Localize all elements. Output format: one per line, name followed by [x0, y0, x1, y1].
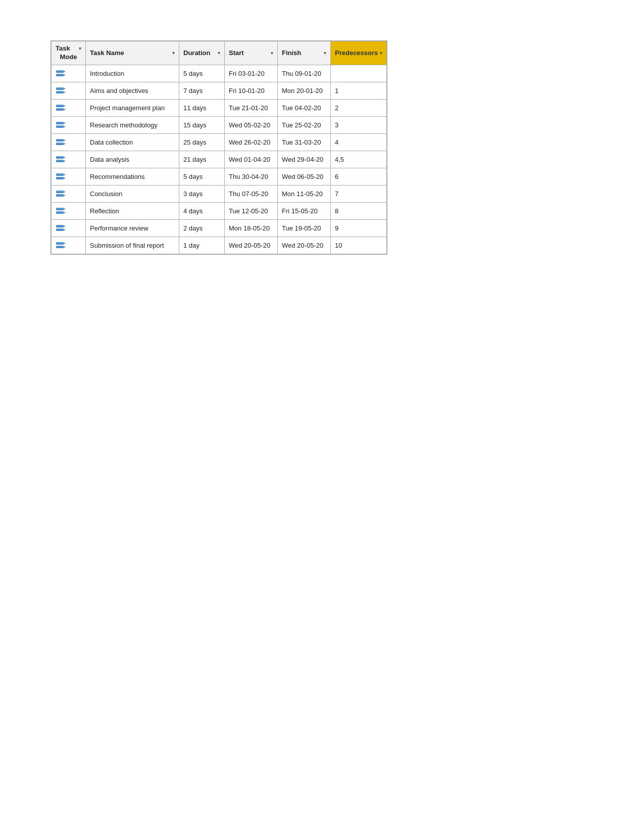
start-dropdown-arrow[interactable]: ▾ — [271, 51, 273, 56]
finish-cell: Tue 19-05-20 — [278, 219, 331, 237]
col-header-predecessors[interactable]: Predecessors ▾ — [331, 41, 387, 65]
start-header-label: Start — [229, 49, 244, 57]
duration-cell: 21 days — [179, 151, 225, 168]
duration-cell: 2 days — [179, 219, 225, 237]
svg-marker-50 — [63, 208, 66, 210]
svg-rect-25 — [56, 143, 63, 145]
svg-rect-54 — [56, 225, 63, 227]
task-mode-icon — [56, 85, 67, 96]
task-mode-icon — [56, 240, 67, 250]
svg-rect-58 — [56, 226, 63, 227]
task-name-cell: Research methodology — [86, 116, 179, 133]
task-mode-cell — [52, 202, 86, 219]
start-cell: Wed 05-02-20 — [225, 116, 278, 133]
svg-rect-22 — [56, 123, 63, 124]
svg-rect-52 — [56, 209, 63, 210]
task-name-header-label: Task Name — [90, 49, 124, 57]
svg-rect-0 — [56, 70, 63, 73]
task-mode-cell — [52, 185, 86, 202]
svg-rect-18 — [56, 122, 63, 124]
task-mode-icon — [56, 120, 67, 130]
svg-rect-47 — [56, 196, 63, 196]
task-mode-cell — [52, 65, 86, 82]
predecessors-dropdown-arrow[interactable]: ▾ — [380, 51, 382, 56]
task-name-dropdown-arrow[interactable]: ▾ — [172, 51, 175, 56]
svg-rect-24 — [56, 139, 63, 142]
task-name-cell: Data collection — [86, 133, 179, 151]
task-name-cell: Data analysis — [86, 151, 179, 168]
svg-rect-55 — [56, 228, 63, 231]
svg-marker-2 — [63, 70, 66, 73]
svg-rect-35 — [56, 161, 63, 162]
predecessors-cell: 9 — [331, 219, 387, 237]
col-header-task-mode[interactable]: Task ▾ Mode — [52, 41, 86, 65]
col-header-start[interactable]: Start ▾ — [225, 41, 278, 65]
start-cell: Mon 18-05-20 — [225, 219, 278, 237]
task-name-cell: Submission of final report — [86, 237, 179, 254]
duration-cell: 7 days — [179, 82, 225, 99]
predecessors-cell: 8 — [331, 202, 387, 219]
duration-header-label: Duration — [183, 49, 210, 57]
table-row: Research methodology15 daysWed 05-02-20T… — [52, 116, 387, 133]
start-cell: Thu 30-04-20 — [225, 168, 278, 185]
start-cell: Thu 07-05-20 — [225, 185, 278, 202]
predecessors-cell: 2 — [331, 99, 387, 116]
task-mode-icon — [56, 137, 67, 147]
start-cell: Fri 10-01-20 — [225, 82, 278, 99]
duration-cell: 11 days — [179, 99, 225, 116]
predecessors-cell: 4,5 — [331, 151, 387, 168]
gantt-table-container: Task ▾ Mode Task Name ▾ — [51, 40, 387, 255]
task-name-cell: Aims and objectives — [86, 82, 179, 99]
start-cell: Wed 01-04-20 — [225, 151, 278, 168]
duration-cell: 5 days — [179, 168, 225, 185]
svg-rect-12 — [56, 105, 63, 107]
svg-rect-46 — [56, 192, 63, 193]
svg-marker-33 — [63, 160, 66, 162]
start-cell: Fri 03-01-20 — [225, 65, 278, 82]
task-name-cell: Performance review — [86, 219, 179, 237]
predecessors-cell: 6 — [331, 168, 387, 185]
task-mode-icon — [56, 154, 67, 164]
svg-rect-13 — [56, 108, 63, 111]
task-mode-cell — [52, 133, 86, 151]
task-mode-cell — [52, 168, 86, 185]
predecessors-cell: 1 — [331, 82, 387, 99]
task-mode-cell — [52, 219, 86, 237]
finish-cell: Wed 06-05-20 — [278, 168, 331, 185]
task-mode-icon — [56, 68, 67, 78]
duration-cell: 5 days — [179, 65, 225, 82]
col-header-task-name[interactable]: Task Name ▾ — [86, 41, 179, 65]
duration-dropdown-arrow[interactable]: ▾ — [218, 51, 220, 56]
duration-cell: 3 days — [179, 185, 225, 202]
svg-marker-44 — [63, 191, 66, 193]
svg-marker-63 — [63, 246, 66, 248]
task-name-cell: Project management plan — [86, 99, 179, 116]
start-cell: Wed 26-02-20 — [225, 133, 278, 151]
finish-cell: Mon 11-05-20 — [278, 185, 331, 202]
table-row: Introduction5 daysFri 03-01-20Thu 09-01-… — [52, 65, 387, 82]
finish-cell: Tue 04-02-20 — [278, 99, 331, 116]
svg-marker-8 — [63, 87, 66, 90]
task-mode-dropdown-arrow[interactable]: ▾ — [79, 46, 81, 52]
svg-marker-15 — [63, 108, 66, 111]
svg-rect-30 — [56, 156, 63, 159]
svg-rect-59 — [56, 230, 63, 230]
table-row: Conclusion3 daysThu 07-05-20Mon 11-05-20… — [52, 185, 387, 202]
svg-rect-61 — [56, 246, 63, 248]
finish-dropdown-arrow[interactable]: ▾ — [324, 51, 326, 56]
predecessors-cell: 10 — [331, 237, 387, 254]
svg-marker-14 — [63, 105, 66, 107]
col-header-finish[interactable]: Finish ▾ — [278, 41, 331, 65]
svg-rect-64 — [56, 244, 63, 244]
table-row: Performance review2 daysMon 18-05-20Tue … — [52, 219, 387, 237]
duration-cell: 4 days — [179, 202, 225, 219]
svg-marker-32 — [63, 156, 66, 159]
col-header-duration[interactable]: Duration ▾ — [179, 41, 225, 65]
svg-rect-5 — [56, 75, 63, 76]
svg-rect-4 — [56, 72, 63, 72]
table-row: Data collection25 daysWed 26-02-20Tue 31… — [52, 133, 387, 151]
svg-rect-37 — [56, 177, 63, 179]
finish-cell: Wed 29-04-20 — [278, 151, 331, 168]
finish-cell: Tue 31-03-20 — [278, 133, 331, 151]
task-mode-icon — [56, 103, 67, 113]
